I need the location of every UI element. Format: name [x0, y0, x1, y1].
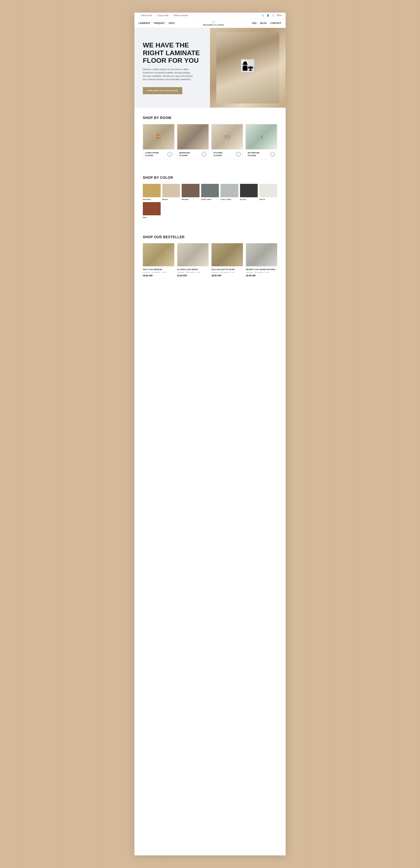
logo-text: WOODEN FLOORS — [203, 24, 224, 26]
room-label-kitchen: KITCHENFLOORS — [214, 152, 222, 157]
room-card-bedroom[interactable]: 🛏 BEDROOMFLOORS → — [177, 124, 209, 159]
check-icon-3: ✓ — [171, 14, 173, 17]
color-box-7 — [143, 202, 161, 215]
check-icon-1: ✓ — [139, 14, 140, 17]
top-bar: ✓ Natural look ✓ Easy install ✓ Water re… — [134, 12, 286, 19]
room-arrow-bedroom[interactable]: → — [202, 152, 206, 157]
logo-icon: ⬡ — [203, 20, 224, 24]
color-box-1 — [162, 184, 180, 197]
color-label-0: NATURAL — [143, 198, 161, 200]
nav-link-laminate[interactable]: LAMINATE — [139, 22, 150, 24]
room-image-living: 🪑 — [143, 124, 174, 149]
room-arrow-bathroom[interactable]: → — [270, 152, 275, 157]
product-card-1[interactable]: CLASSIC OAK BEIGE Laminate · Click syste… — [177, 243, 209, 277]
badge-label-3: Water resistant — [174, 14, 188, 17]
top-bar-badges: ✓ Natural look ✓ Easy install ✓ Water re… — [139, 14, 188, 17]
product-price-2: 48,95 €/M² — [211, 275, 243, 277]
room-card-footer-living: LIVING ROOMFLOORS → — [143, 149, 174, 159]
badge-easy-install: ✓ Easy install — [155, 14, 169, 17]
product-image-0 — [143, 243, 174, 266]
nav-link-faq[interactable]: FAQ — [252, 22, 257, 24]
nav-logo[interactable]: ⬡ WOODEN FLOORS — [203, 20, 224, 26]
product-desc-1: Laminate · Click system · 8 mm — [177, 271, 209, 273]
color-swatch-dark-grey[interactable]: DARK GREY — [201, 184, 219, 200]
room-image-bedroom: 🛏 — [177, 124, 209, 149]
color-label-3: DARK GREY — [201, 198, 219, 200]
product-card-3[interactable]: DESERT OAK WARM NATURAL Laminate · Click… — [246, 243, 277, 277]
hero-description: Discover a stylish solution for your hom… — [143, 68, 193, 81]
hero-image-placeholder — [210, 28, 286, 108]
room-label-bathroom: BATHROOMFLOORS — [248, 152, 259, 157]
color-label-2: BROWN — [182, 198, 200, 200]
hero-people-image — [216, 32, 279, 103]
product-image-1 — [177, 243, 209, 266]
color-box-4 — [220, 184, 238, 197]
product-grid: SOFT OAK MEDIUM Laminate · Click system … — [143, 243, 277, 277]
room-card-footer-kitchen: KITCHENFLOORS → — [211, 149, 243, 159]
product-card-0[interactable]: SOFT OAK MEDIUM Laminate · Click system … — [143, 243, 174, 277]
color-box-3 — [201, 184, 219, 197]
hero-title: WE HAVE THE RIGHT LAMINATE FLOOR FOR YOU — [143, 41, 204, 64]
nav-link-blog[interactable]: BLOG — [260, 22, 267, 24]
color-swatch-white[interactable]: WHITE — [259, 184, 277, 200]
top-bar-icons: 🔍 👤 🛒 EN ▾ — [262, 14, 281, 17]
badge-label-2: Easy install — [158, 14, 169, 17]
besteller-section: SHOP OUR BESTELLER SOFT OAK MEDIUM Lamin… — [134, 229, 286, 285]
color-grid: NATURAL BIEGE BROWN DARK GREY LIGHT GREY… — [143, 184, 277, 218]
product-image-2 — [211, 243, 243, 266]
product-price-0: 48,95 €/M² — [143, 275, 174, 277]
hero-section: WE HAVE THE RIGHT LAMINATE FLOOR FOR YOU… — [134, 28, 286, 108]
explore-catalogue-button[interactable]: EXPLORE THE CATALOGUE — [143, 87, 182, 94]
color-label-4: LIGHT GREY — [220, 198, 238, 200]
room-card-footer-bedroom: BEDROOMFLOORS → — [177, 149, 209, 159]
color-box-0 — [143, 184, 161, 197]
room-image-bathroom: 🚿 — [246, 124, 277, 149]
room-label-bedroom: BEDROOMFLOORS — [179, 152, 190, 157]
room-card-bathroom[interactable]: 🚿 BATHROOMFLOORS → — [245, 124, 277, 159]
nav-left-links: LAMINATE PARQUET VINYL — [139, 22, 175, 24]
language-selector[interactable]: EN ▾ — [277, 14, 281, 17]
search-icon[interactable]: 🔍 — [262, 14, 264, 17]
color-box-5 — [240, 184, 258, 197]
product-price-3: 30,90 €/M² — [246, 275, 277, 277]
color-label-5: BLACK — [240, 198, 258, 200]
color-swatch-red[interactable]: RED — [143, 202, 161, 218]
color-swatch-natural[interactable]: NATURAL — [143, 184, 161, 200]
room-arrow-living[interactable]: → — [168, 152, 172, 157]
room-label-living: LIVING ROOMFLOORS — [145, 152, 158, 157]
nav-link-parquet[interactable]: PARQUET — [154, 22, 165, 24]
color-box-2 — [182, 184, 200, 197]
nav-link-vinyl[interactable]: VINYL — [169, 22, 175, 24]
product-desc-3: Laminate · Click system · 8 mm — [246, 271, 277, 273]
badge-natural-look: ✓ Natural look — [139, 14, 152, 17]
page-container: ✓ Natural look ✓ Easy install ✓ Water re… — [134, 12, 286, 856]
room-arrow-kitchen[interactable]: → — [236, 152, 241, 157]
product-image-3 — [246, 243, 277, 266]
room-image-kitchen: 🍽 — [211, 124, 243, 149]
product-desc-2: Laminate · Click system · 8 mm — [211, 271, 243, 273]
nav-link-contact[interactable]: CONTACT — [270, 22, 281, 24]
color-label-1: BIEGE — [162, 198, 180, 200]
product-desc-0: Laminate · Click system · 8 mm — [143, 271, 174, 273]
color-swatch-biege[interactable]: BIEGE — [162, 184, 180, 200]
badge-water-resistant: ✓ Water resistant — [171, 14, 188, 17]
besteller-title: SHOP OUR BESTELLER — [143, 235, 277, 239]
color-swatch-brown[interactable]: BROWN — [182, 184, 200, 200]
shop-by-color-section: SHOP BY COLOR NATURAL BIEGE BROWN DARK G… — [134, 169, 286, 229]
product-name-0: SOFT OAK MEDIUM — [143, 269, 174, 271]
room-card-living[interactable]: 🪑 LIVING ROOMFLOORS → — [143, 124, 175, 159]
hero-content: WE HAVE THE RIGHT LAMINATE FLOOR FOR YOU… — [134, 28, 210, 108]
color-swatch-black[interactable]: BLACK — [240, 184, 258, 200]
product-price-1: 30,90 €/M² — [177, 275, 209, 277]
account-icon[interactable]: 👤 — [267, 14, 269, 17]
room-grid: 🪑 LIVING ROOMFLOORS → 🛏 BEDROOMFLOORS → … — [143, 124, 277, 159]
product-card-2[interactable]: OLD OAK MATTE OILED Laminate · Click sys… — [211, 243, 243, 277]
color-swatch-light-grey[interactable]: LIGHT GREY — [220, 184, 238, 200]
hero-image — [210, 28, 286, 108]
room-card-kitchen[interactable]: 🍽 KITCHENFLOORS → — [211, 124, 243, 159]
color-label-6: WHITE — [259, 198, 277, 200]
nav-right-links: FAQ BLOG CONTACT — [252, 22, 281, 24]
product-name-1: CLASSIC OAK BEIGE — [177, 269, 209, 271]
room-card-footer-bathroom: BATHROOMFLOORS → — [246, 149, 277, 159]
cart-icon[interactable]: 🛒 — [272, 14, 274, 17]
